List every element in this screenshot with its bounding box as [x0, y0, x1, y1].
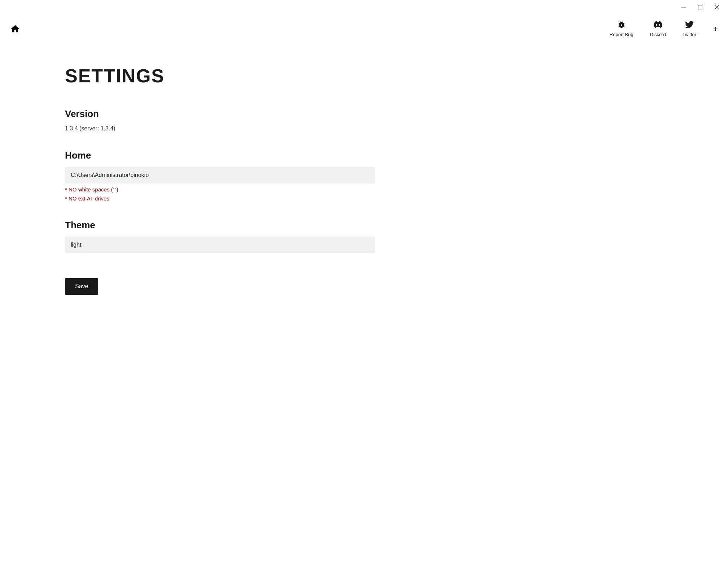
report-bug-label: Report Bug — [610, 32, 633, 37]
page-title: SETTINGS — [65, 65, 663, 87]
version-heading: Version — [65, 108, 663, 120]
close-button[interactable] — [709, 1, 725, 13]
theme-section: Theme light dark — [65, 220, 663, 253]
version-section: Version 1.3.4 (server: 1.3.4) — [65, 108, 663, 132]
save-button[interactable]: Save — [65, 278, 98, 295]
twitter-icon — [685, 20, 694, 30]
home-heading: Home — [65, 150, 663, 161]
svg-rect-0 — [681, 7, 686, 8]
title-bar-controls — [675, 1, 725, 13]
twitter-button[interactable]: Twitter — [680, 19, 699, 39]
version-value: 1.3.4 (server: 1.3.4) — [65, 125, 663, 132]
maximize-button[interactable] — [692, 1, 709, 13]
report-bug-button[interactable]: Report Bug — [607, 19, 636, 39]
discord-button[interactable]: Discord — [647, 19, 669, 39]
home-nav-button[interactable] — [7, 21, 23, 37]
warning-whitespace: * NO white spaces (' ') — [65, 186, 663, 193]
home-path-input[interactable] — [65, 167, 375, 183]
main-content: SETTINGS Version 1.3.4 (server: 1.3.4) H… — [0, 43, 728, 324]
minimize-button[interactable] — [675, 1, 692, 13]
plus-button[interactable]: + — [710, 22, 721, 35]
bug-icon — [617, 20, 626, 30]
theme-select[interactable]: light dark — [65, 237, 375, 253]
discord-icon — [654, 20, 662, 30]
svg-rect-1 — [698, 5, 702, 9]
theme-heading: Theme — [65, 220, 663, 231]
nav-actions: Report Bug Discord Twitter + — [607, 19, 721, 39]
top-nav: Report Bug Discord Twitter + — [0, 14, 728, 43]
home-section: Home * NO white spaces (' ') * NO exFAT … — [65, 150, 663, 202]
title-bar — [0, 0, 728, 14]
twitter-label: Twitter — [683, 32, 696, 37]
warning-exfat: * NO exFAT drives — [65, 195, 663, 202]
discord-label: Discord — [650, 32, 666, 37]
